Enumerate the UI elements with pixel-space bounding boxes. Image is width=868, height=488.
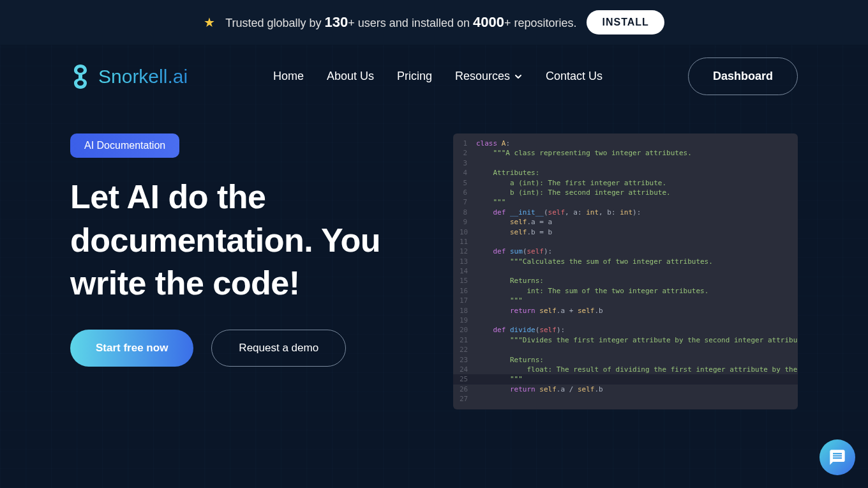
banner-users-count: 130 — [325, 14, 348, 30]
nav-about[interactable]: About Us — [327, 70, 374, 83]
hero-cta-container: Start free now Request a demo — [70, 330, 415, 367]
request-demo-button[interactable]: Request a demo — [211, 330, 346, 367]
dashboard-button[interactable]: Dashboard — [688, 57, 798, 95]
code-line: 9 self.a = a — [453, 217, 798, 227]
code-line: 11 — [453, 237, 798, 247]
line-number: 15 — [460, 276, 476, 286]
code-line: 20 def divide(self): — [453, 325, 798, 335]
install-button[interactable]: INSTALL — [587, 10, 664, 34]
hero-content: AI Documentation Let AI do the documenta… — [70, 133, 415, 409]
hero-section: AI Documentation Let AI do the documenta… — [0, 108, 868, 435]
line-number: 25 — [460, 374, 476, 384]
logo[interactable]: Snorkell.ai — [70, 63, 188, 90]
code-line: 5 a (int): The first integer attribute. — [453, 178, 798, 188]
code-line: 23 Returns: — [453, 355, 798, 365]
code-line: 14 — [453, 266, 798, 276]
logo-icon — [70, 63, 91, 90]
line-number: 9 — [460, 217, 476, 227]
line-number: 21 — [460, 335, 476, 345]
code-line: 25 """ — [453, 374, 798, 384]
code-line: 6 b (int): The second integer attribute. — [453, 188, 798, 197]
line-number: 26 — [460, 385, 476, 394]
line-number: 27 — [460, 394, 476, 404]
code-line: 13 """Calculates the sum of two integer … — [453, 257, 798, 266]
banner-repos-count: 4000 — [473, 14, 504, 30]
main-nav: Snorkell.ai Home About Us Pricing Resour… — [0, 45, 868, 108]
code-line: 8 def __init__(self, a: int, b: int): — [453, 208, 798, 217]
line-number: 16 — [460, 286, 476, 296]
ai-documentation-badge: AI Documentation — [70, 133, 179, 158]
line-number: 11 — [460, 237, 476, 247]
nav-pricing[interactable]: Pricing — [397, 70, 432, 83]
line-number: 14 — [460, 266, 476, 276]
chevron-down-icon — [514, 72, 523, 81]
line-number: 1 — [460, 139, 476, 148]
line-number: 19 — [460, 316, 476, 325]
code-editor-preview: 1class A: 2 """A class representing two … — [453, 133, 798, 409]
logo-text: Snorkell.ai — [98, 66, 188, 88]
star-icon: ★ — [204, 15, 215, 30]
line-number: 5 — [460, 178, 476, 188]
nav-resources[interactable]: Resources — [455, 70, 523, 83]
chat-icon — [828, 448, 846, 466]
banner-text-1: Trusted globally by — [225, 17, 324, 29]
code-line: 27 — [453, 394, 798, 404]
line-number: 23 — [460, 355, 476, 365]
line-number: 7 — [460, 197, 476, 207]
line-number: 3 — [460, 158, 476, 168]
line-number: 24 — [460, 365, 476, 374]
code-line: 3 — [453, 158, 798, 168]
code-line: 19 — [453, 316, 798, 325]
line-number: 13 — [460, 257, 476, 266]
code-line: 24 float: The result of dividing the fir… — [453, 365, 798, 374]
top-install-banner: ★ Trusted globally by 130+ users and ins… — [0, 0, 868, 45]
line-number: 22 — [460, 345, 476, 355]
code-line: 2 """A class representing two integer at… — [453, 148, 798, 158]
start-free-button[interactable]: Start free now — [70, 330, 193, 367]
line-number: 8 — [460, 208, 476, 217]
nav-contact[interactable]: Contact Us — [546, 70, 602, 83]
line-number: 6 — [460, 188, 476, 197]
code-line: 17 """ — [453, 296, 798, 305]
code-line: 7 """ — [453, 197, 798, 207]
line-number: 17 — [460, 296, 476, 305]
line-number: 10 — [460, 227, 476, 237]
chat-widget-button[interactable] — [819, 439, 855, 475]
code-line: 10 self.b = b — [453, 227, 798, 237]
code-line: 18 return self.a + self.b — [453, 306, 798, 316]
code-line: 21 """Divides the first integer attribut… — [453, 335, 798, 345]
code-line: 4 Attributes: — [453, 168, 798, 178]
hero-title: Let AI do the documentation. You write t… — [70, 176, 415, 305]
nav-links: Home About Us Pricing Resources Contact … — [273, 70, 602, 83]
code-line: 1class A: — [453, 139, 798, 148]
code-line: 12 def sum(self): — [453, 247, 798, 256]
code-line: 15 Returns: — [453, 276, 798, 286]
line-number: 4 — [460, 168, 476, 178]
banner-text: Trusted globally by 130+ users and insta… — [225, 14, 576, 31]
code-line: 26 return self.a / self.b — [453, 385, 798, 394]
nav-resources-label: Resources — [455, 70, 510, 83]
line-number: 2 — [460, 148, 476, 158]
banner-text-3: + repositories. — [504, 17, 577, 29]
line-number: 18 — [460, 306, 476, 316]
nav-home[interactable]: Home — [273, 70, 304, 83]
code-line: 16 int: The sum of the two integer attri… — [453, 286, 798, 296]
line-number: 12 — [460, 247, 476, 256]
code-line: 22 — [453, 345, 798, 355]
banner-text-2: + users and installed on — [348, 17, 473, 29]
line-number: 20 — [460, 325, 476, 335]
